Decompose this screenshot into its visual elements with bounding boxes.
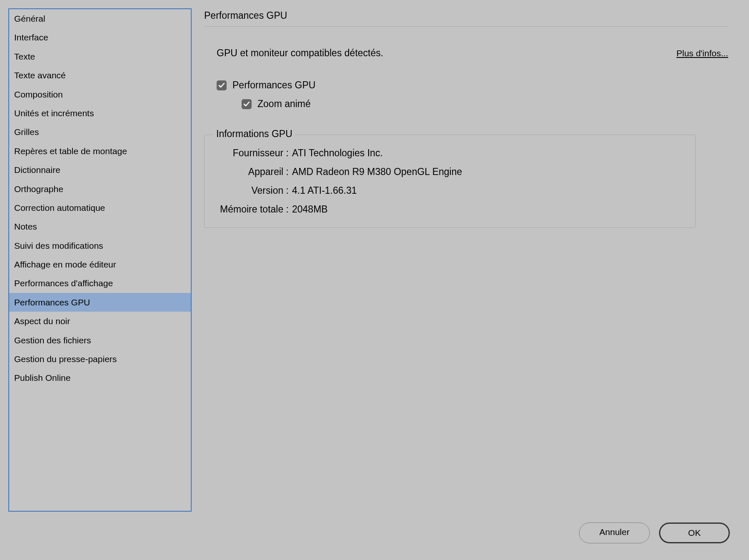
sidebar-item[interactable]: Performances GPU: [9, 293, 191, 312]
gpu-info-label: Fournisseur :: [213, 148, 292, 159]
gpu-info-value: 2048MB: [292, 204, 328, 215]
gpu-status-text: GPU et moniteur compatibles détectés.: [217, 48, 383, 59]
gpu-info-value: AMD Radeon R9 M380 OpenGL Engine: [292, 166, 462, 178]
preferences-sidebar: GénéralInterfaceTexteTexte avancéComposi…: [8, 8, 192, 512]
sidebar-item[interactable]: Composition: [9, 85, 191, 104]
gpu-info-row: Appareil :AMD Radeon R9 M380 OpenGL Engi…: [213, 166, 684, 178]
cancel-button[interactable]: Annuler: [579, 522, 650, 543]
dialog-button-row: Annuler OK: [579, 522, 730, 543]
gpu-info-label: Appareil :: [213, 166, 292, 178]
gpu-performance-checkbox[interactable]: [217, 80, 227, 90]
gpu-info-legend: Informations GPU: [214, 128, 295, 140]
gpu-info-value: ATI Technologies Inc.: [292, 148, 383, 159]
sidebar-item[interactable]: Correction automatique: [9, 198, 191, 217]
gpu-info-label: Version :: [213, 185, 292, 196]
gpu-info-row: Fournisseur :ATI Technologies Inc.: [213, 148, 684, 159]
sidebar-item[interactable]: Général: [9, 9, 191, 28]
gpu-info-row: Version :4.1 ATI-1.66.31: [213, 185, 684, 196]
sidebar-item[interactable]: Aspect du noir: [9, 312, 191, 330]
ok-button[interactable]: OK: [659, 522, 730, 543]
sidebar-item[interactable]: Orthographe: [9, 180, 191, 198]
sidebar-item[interactable]: Publish Online: [9, 368, 191, 387]
sidebar-item[interactable]: Interface: [9, 28, 191, 47]
sidebar-item[interactable]: Gestion du presse-papiers: [9, 350, 191, 368]
sidebar-item[interactable]: Dictionnaire: [9, 160, 191, 179]
gpu-info-label: Mémoire totale :: [213, 204, 292, 215]
gpu-performance-checkbox-label: Performances GPU: [232, 80, 315, 91]
status-row: GPU et moniteur compatibles détectés. Pl…: [204, 48, 728, 59]
sidebar-item[interactable]: Notes: [9, 217, 191, 236]
sidebar-item[interactable]: Repères et table de montage: [9, 142, 191, 160]
animated-zoom-checkbox[interactable]: [242, 99, 252, 109]
page-title: Performances GPU: [204, 10, 728, 27]
main-panel: Performances GPU GPU et moniteur compati…: [204, 8, 741, 552]
sidebar-item[interactable]: Performances d'affichage: [9, 274, 191, 292]
animated-zoom-checkbox-row: Zoom animé: [204, 98, 728, 110]
gpu-performance-checkbox-row: Performances GPU: [204, 80, 728, 91]
gpu-info-rows: Fournisseur :ATI Technologies Inc.Appare…: [213, 148, 684, 215]
sidebar-item[interactable]: Texte: [9, 47, 191, 66]
gpu-info-value: 4.1 ATI-1.66.31: [292, 185, 357, 196]
sidebar-item[interactable]: Gestion des fichiers: [9, 331, 191, 350]
more-info-link[interactable]: Plus d'infos...: [677, 48, 728, 58]
gpu-info-fieldset: Informations GPU Fournisseur :ATI Techno…: [204, 135, 696, 228]
sidebar-item[interactable]: Suivi des modifications: [9, 236, 191, 255]
gpu-info-row: Mémoire totale :2048MB: [213, 204, 684, 215]
animated-zoom-checkbox-label: Zoom animé: [257, 98, 311, 110]
sidebar-item[interactable]: Grilles: [9, 122, 191, 141]
sidebar-item[interactable]: Unités et incréments: [9, 104, 191, 122]
sidebar-item[interactable]: Texte avancé: [9, 66, 191, 85]
sidebar-item[interactable]: Affichage en mode éditeur: [9, 255, 191, 274]
